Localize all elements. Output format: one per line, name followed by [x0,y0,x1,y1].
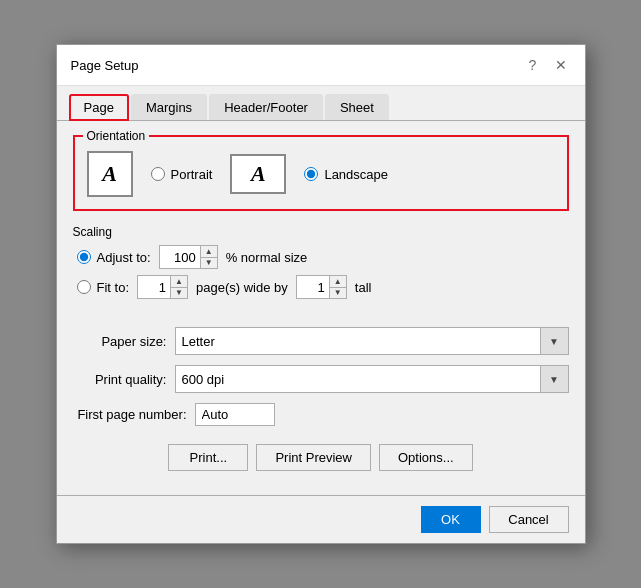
paper-size-dropdown-arrow[interactable]: ▼ [540,328,568,354]
portrait-radio[interactable] [151,167,165,181]
fit-wide-label: page(s) wide by [196,280,288,295]
dialog-title: Page Setup [71,58,139,73]
fit-tall-up-btn[interactable]: ▲ [330,276,346,287]
portrait-icon: A [87,151,133,197]
adjust-down-btn[interactable]: ▼ [201,257,217,268]
fit-tall-btns: ▲ ▼ [329,276,346,298]
paper-size-label: Paper size: [77,334,167,349]
paper-size-input[interactable] [176,330,540,353]
fit-tall-spinner: ▲ ▼ [296,275,347,299]
adjust-value-input[interactable] [160,246,200,268]
first-page-input[interactable] [195,403,275,426]
fit-wide-spinner: ▲ ▼ [137,275,188,299]
fit-wide-down-btn[interactable]: ▼ [171,287,187,298]
adjust-radio[interactable] [77,250,91,264]
help-button[interactable]: ? [521,53,545,77]
portrait-radio-group: Portrait [151,167,213,182]
first-page-row: First page number: [73,403,569,426]
orientation-label: Orientation [83,129,150,143]
fit-tall-input[interactable] [297,276,329,298]
tab-headerfooter[interactable]: Header/Footer [209,94,323,120]
adjust-spinner: ▲ ▼ [159,245,218,269]
adjust-label: Adjust to: [97,250,151,265]
tab-bar: Page Margins Header/Footer Sheet [57,86,585,121]
title-bar: Page Setup ? ✕ [57,45,585,86]
bottom-buttons: OK Cancel [57,495,585,543]
scaling-section: Scaling Adjust to: ▲ ▼ % normal size [73,225,569,299]
paper-size-row: Paper size: ▼ [73,327,569,355]
title-actions: ? ✕ [521,53,573,77]
print-quality-label: Print quality: [77,372,167,387]
adjust-suffix: % normal size [226,250,308,265]
adjust-to-row: Adjust to: ▲ ▼ % normal size [73,245,569,269]
adjust-spinner-btns: ▲ ▼ [200,246,217,268]
print-quality-select-wrap: ▼ [175,365,569,393]
adjust-up-btn[interactable]: ▲ [201,246,217,257]
dialog-content: Orientation A Portrait A Landscape [57,121,585,495]
portrait-label: Portrait [171,167,213,182]
fit-tall-label: tall [355,280,372,295]
fit-tall-down-btn[interactable]: ▼ [330,287,346,298]
tab-sheet[interactable]: Sheet [325,94,389,120]
top-buttons: Print... Print Preview Options... [73,444,569,471]
page-setup-dialog: Page Setup ? ✕ Page Margins Header/Foote… [56,44,586,544]
tab-margins[interactable]: Margins [131,94,207,120]
first-page-label: First page number: [77,407,187,422]
ok-button[interactable]: OK [421,506,481,533]
tab-page[interactable]: Page [69,94,129,121]
fit-label: Fit to: [97,280,130,295]
fit-wide-up-btn[interactable]: ▲ [171,276,187,287]
scaling-title: Scaling [73,225,569,239]
orientation-section: Orientation A Portrait A Landscape [73,135,569,211]
print-quality-row: Print quality: ▼ [73,365,569,393]
fit-radio-group: Fit to: [77,280,130,295]
fit-radio[interactable] [77,280,91,294]
cancel-button[interactable]: Cancel [489,506,569,533]
landscape-icon: A [230,154,286,194]
orientation-row: A Portrait A Landscape [87,151,555,197]
landscape-radio[interactable] [304,167,318,181]
print-quality-input[interactable] [176,368,540,391]
print-quality-dropdown-arrow[interactable]: ▼ [540,366,568,392]
print-preview-button[interactable]: Print Preview [256,444,371,471]
fit-to-row: Fit to: ▲ ▼ page(s) wide by ▲ ▼ [73,275,569,299]
landscape-radio-group: Landscape [304,167,388,182]
landscape-label: Landscape [324,167,388,182]
adjust-radio-group: Adjust to: [77,250,151,265]
fit-wide-input[interactable] [138,276,170,298]
print-button[interactable]: Print... [168,444,248,471]
paper-size-select-wrap: ▼ [175,327,569,355]
options-button[interactable]: Options... [379,444,473,471]
fit-wide-btns: ▲ ▼ [170,276,187,298]
close-button[interactable]: ✕ [549,53,573,77]
